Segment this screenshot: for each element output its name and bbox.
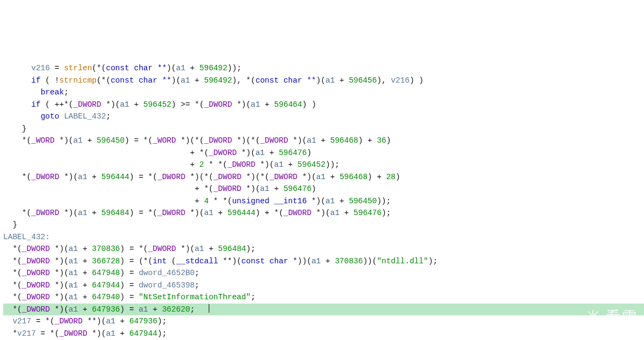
code-view: v216 = strlen(*(const char **)(a1 + 5964… [0, 60, 644, 340]
line: + 4 * *(unsigned __int16 *)(a1 + 596450)… [3, 197, 391, 205]
line: break; [3, 88, 69, 97]
line: *(_DWORD *)(a1 + 647940) = "NtSetInforma… [3, 293, 255, 301]
watermark-text: 看雪 [605, 305, 638, 328]
string-ntset: "NtSetInformationThread" [138, 293, 251, 301]
fn-strnicmp: strnicmp [59, 76, 97, 85]
line: if ( !strnicmp(*(const char **)(a1 + 596… [3, 76, 423, 85]
line: } [3, 220, 17, 229]
label: LABEL_432: [3, 233, 50, 241]
line: *(_DWORD *)(a1 + 370836) = *(_DWORD *)(a… [3, 245, 255, 253]
line: *(_DWORD *)(a1 + 647948) = dword_4652B0; [3, 269, 200, 277]
line: + 2 * *(_DWORD *)(a1 + 596452)); [3, 160, 340, 169]
watermark: 看雪 [585, 305, 638, 328]
line: + *(_DWORD *)(a1 + 596476) [3, 149, 311, 157]
snowflake-icon [585, 308, 601, 324]
line: v216 = strlen(*(const char **)(a1 + 5964… [3, 64, 241, 72]
line: *(_WORD *)(a1 + 596450) = *(_WORD *)(*(_… [3, 136, 391, 145]
line: v217 = *(_DWORD **)(a1 + 647936); [3, 317, 167, 326]
line: goto LABEL_432; [3, 112, 111, 121]
line: if ( ++*(_DWORD *)(a1 + 596452) >= *(_DW… [3, 100, 316, 109]
line: } [3, 124, 27, 133]
line: *(_DWORD *)(a1 + 366728) = (*(int (__std… [3, 257, 437, 265]
highlighted-line[interactable]: *(_DWORD *)(a1 + 647936) = a1 + 362620; [3, 304, 644, 315]
line: + *(_DWORD *)(a1 + 596476) [3, 184, 316, 193]
type: const char ** [106, 64, 166, 72]
line: *(_DWORD *)(a1 + 596484) = *(_DWORD *)(a… [3, 209, 391, 217]
string-ntdll: "ntdll.dll" [377, 257, 428, 265]
line: *(_DWORD *)(a1 + 596444) = *(_DWORD *)(*… [3, 173, 400, 181]
param: a1 [176, 64, 185, 72]
line: *v217 = *(_DWORD *)(a1 + 647944); [3, 329, 167, 338]
fn-strlen: strlen [64, 64, 92, 72]
var: v216 [31, 64, 50, 72]
text-cursor [209, 304, 209, 313]
line: *(_DWORD *)(a1 + 647944) = dword_465398; [3, 281, 200, 290]
